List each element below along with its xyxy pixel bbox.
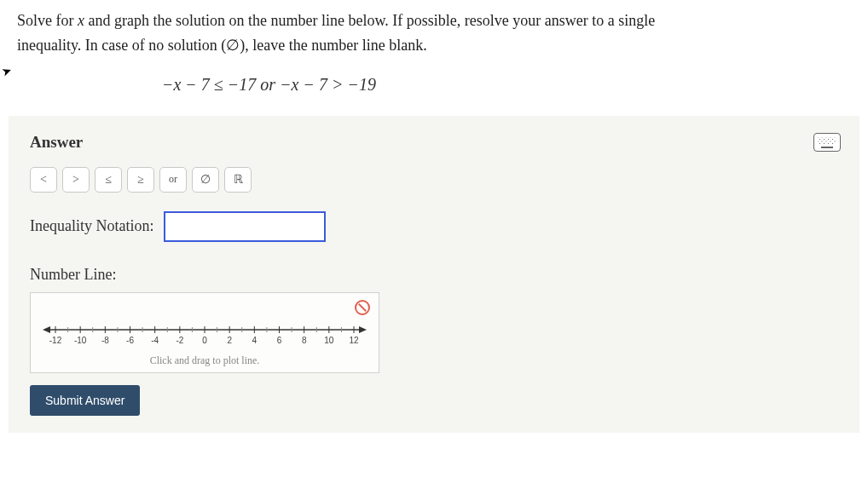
or-button[interactable]: or xyxy=(159,167,187,193)
gt-button[interactable]: > xyxy=(62,167,90,193)
lt-button[interactable]: < xyxy=(30,167,57,193)
equation-display: −x − 7 ≤ −17 or −x − 7 > −19 xyxy=(0,62,868,107)
tick-label: 4 xyxy=(252,336,258,345)
tick-label: 10 xyxy=(324,336,334,345)
tick-label: -2 xyxy=(176,336,183,345)
problem-line1-pre: Solve for xyxy=(17,12,78,29)
emptyset-button[interactable]: ∅ xyxy=(192,167,219,193)
tick-label: 6 xyxy=(277,336,282,345)
submit-button[interactable]: Submit Answer xyxy=(30,385,140,416)
svg-marker-1 xyxy=(43,326,50,333)
clear-plot-icon[interactable] xyxy=(355,300,370,315)
reals-button[interactable]: ℝ xyxy=(224,167,252,193)
equation-text: −x − 7 ≤ −17 or −x − 7 > −19 xyxy=(162,75,376,94)
notation-label: Inequality Notation: xyxy=(30,217,153,235)
keyboard-icon[interactable] xyxy=(813,133,841,152)
lte-button[interactable]: ≤ xyxy=(95,167,122,193)
tick-label: -10 xyxy=(74,336,87,345)
tick-label: 0 xyxy=(202,336,207,345)
symbol-toolbar: < > ≤ ≥ or ∅ ℝ xyxy=(30,167,838,193)
numberline-label: Number Line: xyxy=(30,266,838,284)
numberline-box[interactable]: -12-10-8-6-4-2024681012 Click and drag t… xyxy=(30,292,379,373)
tick-label: 8 xyxy=(302,336,307,345)
answer-heading: Answer xyxy=(30,133,838,152)
tick-label: -4 xyxy=(151,336,159,345)
problem-variable: x xyxy=(78,12,84,29)
tick-label: 2 xyxy=(227,336,232,345)
gte-button[interactable]: ≥ xyxy=(127,167,154,193)
answer-panel: Answer < > ≤ ≥ or ∅ ℝ Inequality Notatio… xyxy=(9,116,859,433)
problem-statement: Solve for x and graph the solution on th… xyxy=(0,0,868,62)
numberline-hint: Click and drag to plot line. xyxy=(31,354,379,367)
tick-label: -12 xyxy=(49,336,62,345)
tick-label: -8 xyxy=(101,336,109,345)
tick-label: -6 xyxy=(126,336,134,345)
notation-input[interactable] xyxy=(164,211,326,242)
notation-row: Inequality Notation: xyxy=(30,211,838,242)
tick-label: 12 xyxy=(349,336,359,345)
problem-line2: inequality. In case of no solution (∅), … xyxy=(17,37,427,54)
svg-marker-2 xyxy=(359,326,367,333)
problem-line1-post: and graph the solution on the number lin… xyxy=(84,12,655,29)
numberline-svg[interactable]: -12-10-8-6-4-2024681012 xyxy=(38,317,371,351)
